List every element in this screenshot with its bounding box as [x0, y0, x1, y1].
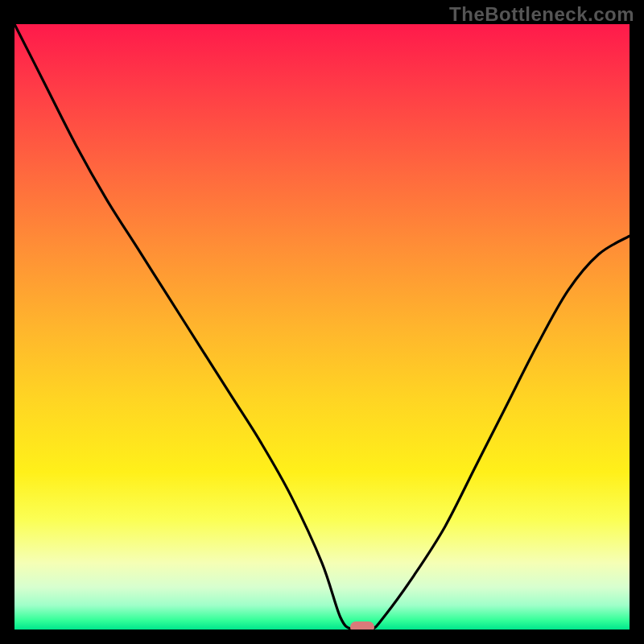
plot-clip [14, 24, 630, 630]
bottleneck-curve [14, 24, 630, 630]
plot-area [14, 24, 630, 630]
chart-frame: TheBottleneck.com [0, 0, 644, 644]
optimal-marker [350, 621, 374, 630]
watermark-text: TheBottleneck.com [449, 3, 634, 26]
